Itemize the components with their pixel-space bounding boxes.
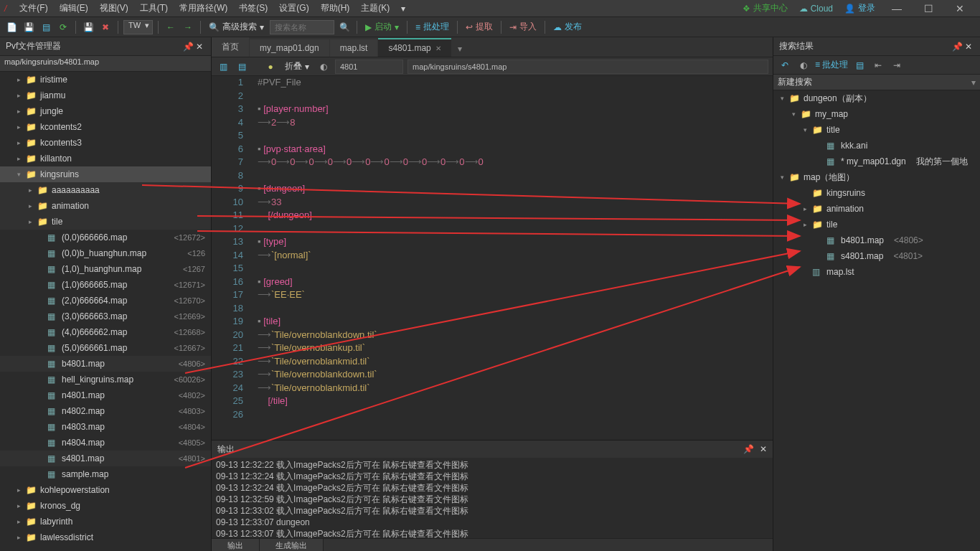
editor-tab[interactable]: my_map01.dgn xyxy=(250,39,329,57)
pin-icon[interactable]: 📌 xyxy=(182,42,194,52)
menu-item[interactable]: 设置(G) xyxy=(273,1,314,15)
tree-folder[interactable]: ▸📁aaaaaaaaaa xyxy=(0,182,211,198)
result-folder[interactable]: ▾📁dungeon（副本） xyxy=(773,90,980,106)
tree-file[interactable]: ▦n4802.map<4803> xyxy=(0,403,211,419)
tree-file[interactable]: ▦n4803.map<4804> xyxy=(0,419,211,435)
tree-folder[interactable]: ▸📁labyrinth xyxy=(0,514,211,529)
tree-file[interactable]: ▦b4801.map<4806> xyxy=(0,356,211,372)
login-btn[interactable]: 👤 登录 xyxy=(839,0,881,17)
output-body[interactable]: 09-13 12:32:22 载入ImagePacks2后方可在 鼠标右键查看文… xyxy=(212,458,773,551)
nav-fwd-icon[interactable]: → xyxy=(181,20,195,34)
line-num-input[interactable] xyxy=(335,60,403,74)
refresh-icon[interactable]: ⟳ xyxy=(56,20,70,34)
tree-file[interactable]: ▦hell_kingruins.map<60026> xyxy=(0,372,211,387)
tree-file[interactable]: ▦s4801.map<4801> xyxy=(0,451,211,466)
tabs-menu-icon[interactable]: ▾ xyxy=(452,41,468,57)
search-mode-icon[interactable]: ◐ xyxy=(796,58,811,72)
tree-file[interactable]: ▦sample.map xyxy=(0,466,211,482)
publish-btn[interactable]: ☁ 发布 xyxy=(550,21,585,33)
expand-icon[interactable]: ⇥ xyxy=(890,58,904,72)
tree-folder[interactable]: ▸📁jungle xyxy=(0,103,211,119)
save-icon[interactable]: 💾 xyxy=(22,20,36,34)
tree-folder[interactable]: ▸📁jianmu xyxy=(0,88,211,103)
pin-icon[interactable]: 📌 xyxy=(743,444,754,454)
saveas-icon[interactable]: 💾 xyxy=(81,20,95,34)
result-folder[interactable]: ▾📁title xyxy=(773,122,980,138)
close-icon[interactable]: ✕ xyxy=(963,42,974,52)
editor-tab[interactable]: 首页 xyxy=(212,37,249,57)
file-tree[interactable]: ▸📁iristime▸📁jianmu▸📁jungle▸📁kcontents2▸📁… xyxy=(0,72,211,551)
panel-icon-2[interactable]: ▤ xyxy=(235,60,249,74)
collapse-icon[interactable]: ⇤ xyxy=(871,58,885,72)
close-icon[interactable]: ✕ xyxy=(194,42,205,52)
delete-icon[interactable]: ✖ xyxy=(98,20,113,34)
menu-item[interactable]: 帮助(H) xyxy=(315,1,356,15)
result-folder[interactable]: 📁kingsruins xyxy=(773,185,980,201)
region-select[interactable]: TW xyxy=(123,20,153,34)
menu-item[interactable]: 编辑(E) xyxy=(54,1,94,15)
tree-file[interactable]: ▦(4,0)666662.map<12668> xyxy=(0,324,211,340)
menu-item[interactable]: 主题(K) xyxy=(355,1,395,15)
new-file-icon[interactable]: 📄 xyxy=(4,20,19,34)
batch-btn[interactable]: ≡ 批处理 xyxy=(413,21,452,33)
tree-file[interactable]: ▦n4801.map<4802> xyxy=(0,387,211,403)
menu-item[interactable]: 书签(S) xyxy=(233,1,273,15)
win-close[interactable]: ✕ xyxy=(944,3,976,14)
import-btn[interactable]: ⇥ 导入 xyxy=(507,21,540,33)
editor-tab[interactable]: s4801.map✕ xyxy=(378,38,451,57)
path-field[interactable]: map/kingsruins/b4801.map xyxy=(0,56,211,72)
tree-folder[interactable]: ▸📁iristime xyxy=(0,72,211,88)
tree-folder[interactable]: ▾📁kingsruins xyxy=(0,166,211,182)
tree-file[interactable]: ▦(2,0)666664.map<12670> xyxy=(0,293,211,309)
search-name-input[interactable] xyxy=(270,20,334,34)
menu-dropdown-extra[interactable]: ▾ xyxy=(395,1,411,16)
menu-item[interactable]: 视图(V) xyxy=(94,1,134,15)
undo-search-icon[interactable]: ↶ xyxy=(778,58,792,72)
batch-link[interactable]: ≡ 批处理 xyxy=(815,59,848,71)
result-folder[interactable]: ▸📁tile xyxy=(773,217,980,232)
results-tree[interactable]: ▾📁dungeon（副本）▾📁my_map▾📁title▦kkk.ani▦* m… xyxy=(773,90,980,551)
code-editor[interactable]: 1#PVF_File23▪ [player·number]4⟶2⟶856▪ [p… xyxy=(212,76,773,440)
doc-icon[interactable]: ▤ xyxy=(852,58,867,72)
file-path-input[interactable] xyxy=(407,60,768,74)
menu-item[interactable]: 工具(T) xyxy=(134,1,174,15)
adv-search-btn[interactable]: 🔍 高级搜索 ▾ xyxy=(206,21,267,33)
result-file[interactable]: ▦b4801.map<4806> xyxy=(773,232,980,248)
tree-folder[interactable]: ▸📁killanton xyxy=(0,151,211,166)
tree-file[interactable]: ▦n4804.map<4805> xyxy=(0,435,211,451)
result-file[interactable]: ▦* my_map01.dgn我的第一個地 xyxy=(773,154,980,169)
tree-folder[interactable]: ▸📁kcontents3 xyxy=(0,135,211,151)
pin-icon[interactable]: 📌 xyxy=(951,42,963,52)
status-tab[interactable]: 生成输出 xyxy=(260,539,324,551)
share-center[interactable]: ❖ 共享中心 xyxy=(737,0,793,17)
result-folder[interactable]: ▾📁map（地图） xyxy=(773,169,980,185)
close-icon[interactable]: ✕ xyxy=(760,444,767,454)
cloud-btn[interactable]: ☁ Cloud xyxy=(793,1,839,16)
tree-folder[interactable]: ▸📁kcontents2 xyxy=(0,119,211,135)
tree-file[interactable]: ▦(0,0)b_huanghun.map<126 xyxy=(0,245,211,261)
tree-folder[interactable]: ▸📁kohlepowerstation xyxy=(0,482,211,498)
fold-btn[interactable]: 折叠 ▾ xyxy=(282,60,312,72)
result-file[interactable]: ▦s4801.map<4801> xyxy=(773,248,980,264)
tree-folder[interactable]: ▸📁kronos_dg xyxy=(0,498,211,514)
result-file[interactable]: ▥map.lst xyxy=(773,264,980,280)
menu-item[interactable]: 常用路径(W) xyxy=(174,1,233,15)
tree-file[interactable]: ▦(5,0)666661.map<12667> xyxy=(0,340,211,356)
panel-icon-1[interactable]: ▥ xyxy=(216,60,230,74)
tree-file[interactable]: ▦(0,0)666666.map<12672> xyxy=(0,230,211,245)
menu-item[interactable]: 文件(F) xyxy=(14,1,53,15)
new-search-row[interactable]: 新建搜索▾ xyxy=(773,75,980,90)
toggle-icon[interactable]: ◐ xyxy=(316,60,331,74)
tree-folder[interactable]: ▸📁tile xyxy=(0,214,211,230)
editor-tab[interactable]: map.lst xyxy=(330,39,378,57)
result-file[interactable]: ▦kkk.ani xyxy=(773,138,980,154)
tree-file[interactable]: ▦(3,0)666663.map<12669> xyxy=(0,309,211,324)
result-folder[interactable]: ▸📁animation xyxy=(773,201,980,217)
tree-folder[interactable]: ▸📁animation xyxy=(0,198,211,214)
tree-folder[interactable]: ▸📁lawlessdistrict xyxy=(0,529,211,545)
win-minimize[interactable]: — xyxy=(881,3,913,14)
launch-btn[interactable]: ▶ 启动 ▾ xyxy=(362,21,402,33)
status-tab[interactable]: 输出 xyxy=(212,539,260,551)
nav-back-icon[interactable]: ← xyxy=(164,20,178,34)
save-all-icon[interactable]: ▤ xyxy=(39,20,53,34)
